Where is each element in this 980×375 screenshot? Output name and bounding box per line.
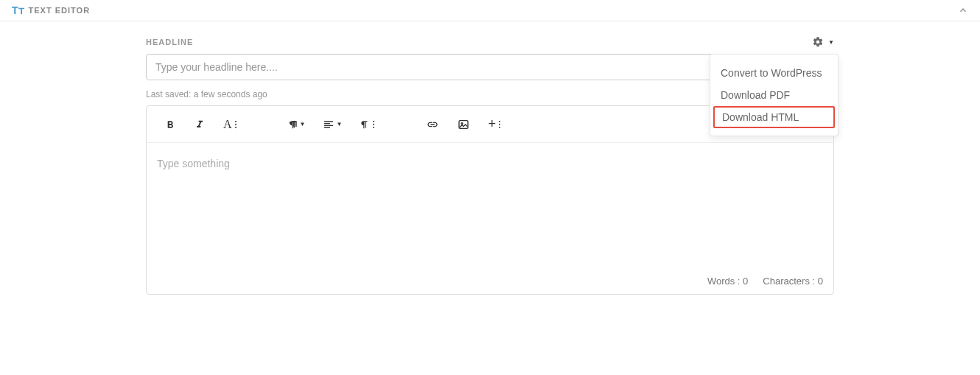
- paragraph-more-button[interactable]: [352, 116, 383, 133]
- editor-body[interactable]: Type something: [147, 143, 833, 268]
- editor-footer: Words : 0 Characters : 0: [147, 268, 833, 294]
- headline-row: HEADLINE ▼: [146, 36, 834, 48]
- app-logo-icon: Tᴛ: [12, 4, 24, 16]
- chars-label: Characters :: [763, 276, 815, 287]
- settings-dropdown-menu: Convert to WordPress Download PDF Downlo…: [710, 54, 839, 136]
- svg-point-4: [373, 124, 374, 125]
- collapse-chevron-button[interactable]: [958, 5, 968, 15]
- dropdown-item-download-html[interactable]: Download HTML: [713, 106, 835, 128]
- words-label: Words :: [707, 276, 741, 287]
- italic-icon: [194, 119, 206, 130]
- paragraph-icon: [360, 119, 370, 130]
- align-left-icon: [323, 119, 335, 130]
- svg-point-9: [499, 124, 500, 125]
- paragraph-format-button[interactable]: ▼: [281, 116, 313, 133]
- app-title: TEXT EDITOR: [29, 6, 91, 15]
- svg-point-2: [235, 127, 237, 128]
- dropdown-item-download-pdf[interactable]: Download PDF: [710, 84, 838, 106]
- words-value: 0: [743, 276, 748, 287]
- bold-button[interactable]: [157, 116, 183, 133]
- more-vert-small-icon: [371, 119, 376, 130]
- caret-down-icon: ▼: [828, 39, 834, 46]
- app-header: Tᴛ TEXT EDITOR: [0, 0, 980, 21]
- settings-gear-button[interactable]: ▼: [812, 36, 834, 48]
- gear-icon: [812, 36, 824, 48]
- more-vert-small-icon: [497, 119, 502, 130]
- svg-point-10: [499, 127, 500, 128]
- char-count: Characters : 0: [763, 276, 823, 287]
- chevron-up-icon: [958, 5, 968, 15]
- chars-value: 0: [818, 276, 823, 287]
- insert-link-button[interactable]: [419, 116, 447, 133]
- saved-prefix: Last saved:: [146, 89, 194, 99]
- dropdown-item-convert-wordpress[interactable]: Convert to WordPress: [710, 62, 838, 84]
- content-area: HEADLINE ▼ Last saved: a few seconds ago…: [74, 21, 906, 309]
- word-count: Words : 0: [707, 276, 748, 287]
- insert-more-button[interactable]: +: [480, 113, 509, 135]
- more-vert-small-icon: [234, 119, 238, 130]
- svg-point-7: [461, 122, 463, 124]
- insert-image-button[interactable]: [449, 116, 477, 133]
- caret-down-icon: ▼: [300, 121, 306, 127]
- header-left: Tᴛ TEXT EDITOR: [12, 4, 90, 16]
- image-icon: [457, 119, 470, 130]
- svg-point-8: [499, 121, 500, 122]
- svg-point-0: [235, 121, 237, 122]
- svg-point-5: [373, 127, 374, 128]
- bold-icon: [164, 119, 176, 130]
- paragraph-icon: [288, 119, 298, 130]
- svg-point-3: [373, 121, 374, 122]
- saved-value: a few seconds ago: [194, 89, 267, 99]
- svg-point-1: [235, 124, 237, 125]
- align-button[interactable]: ▼: [315, 116, 349, 133]
- headline-label: HEADLINE: [146, 38, 193, 46]
- italic-button[interactable]: [186, 116, 213, 133]
- link-icon: [426, 119, 439, 130]
- caret-down-icon: ▼: [336, 121, 342, 127]
- font-size-button[interactable]: A: [216, 115, 245, 134]
